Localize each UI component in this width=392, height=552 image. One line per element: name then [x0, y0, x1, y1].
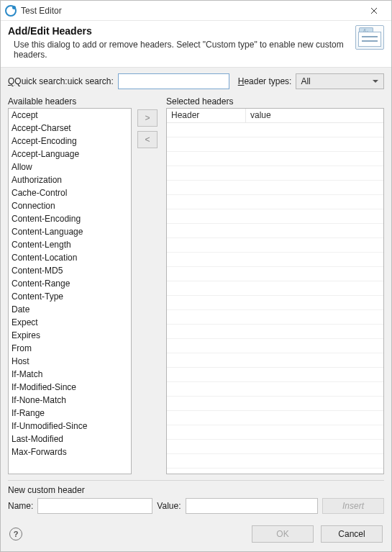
- help-icon: ?: [14, 530, 19, 538]
- help-button[interactable]: ?: [9, 528, 22, 540]
- available-header-item[interactable]: From: [9, 342, 131, 355]
- available-header-item[interactable]: Max-Forwards: [9, 445, 131, 458]
- available-label: Available headers: [8, 96, 132, 107]
- custom-value-label: Value:: [157, 501, 181, 511]
- filter-row: QQuick search:uick search: Header types:…: [8, 73, 384, 89]
- available-header-item[interactable]: Expires: [9, 329, 131, 342]
- available-header-item[interactable]: Content-Type: [9, 290, 131, 303]
- available-header-item[interactable]: If-Unmodified-Since: [9, 420, 131, 433]
- chevron-right-icon: >: [145, 113, 150, 123]
- available-header-item[interactable]: Content-MD5: [9, 264, 131, 277]
- header-types-label: Header types:: [238, 76, 292, 86]
- dialog-subtext: Use this dialog to add or remove headers…: [8, 40, 348, 60]
- available-header-item[interactable]: Accept-Charset: [9, 122, 131, 135]
- available-header-item[interactable]: If-Modified-Since: [9, 381, 131, 394]
- available-header-item[interactable]: Authorization: [9, 173, 131, 186]
- quick-search-label: QQuick search:uick search:: [8, 76, 114, 86]
- available-header-item[interactable]: Host: [9, 355, 131, 368]
- quick-search-input[interactable]: [118, 73, 229, 89]
- available-header-item[interactable]: Content-Length: [9, 238, 131, 251]
- selected-table-body: [167, 123, 383, 474]
- selected-col-header[interactable]: Header: [167, 109, 246, 122]
- available-header-item[interactable]: Expect: [9, 316, 131, 329]
- selected-headers-table[interactable]: Header value: [166, 108, 384, 474]
- available-header-item[interactable]: If-Match: [9, 368, 131, 381]
- cancel-button[interactable]: Cancel: [321, 525, 383, 543]
- selected-column: Selected headers Header value: [166, 96, 384, 474]
- custom-value-input[interactable]: [186, 498, 318, 514]
- titlebar: Test Editor: [1, 1, 391, 21]
- available-header-item[interactable]: Content-Range: [9, 277, 131, 290]
- available-header-item[interactable]: Allow: [9, 160, 131, 173]
- button-bar: ? OK Cancel: [1, 518, 391, 551]
- dialog-header: Add/Edit Headers Use this dialog to add …: [1, 21, 391, 68]
- available-header-item[interactable]: Accept: [9, 109, 131, 122]
- app-icon: [5, 5, 17, 17]
- available-header-item[interactable]: Last-Modified: [9, 433, 131, 445]
- custom-name-label: Name:: [8, 501, 33, 511]
- insert-button[interactable]: Insert: [322, 498, 384, 514]
- move-right-button[interactable]: >: [137, 109, 158, 127]
- window-title: Test Editor: [21, 6, 360, 16]
- header-types-value: All: [301, 76, 310, 86]
- available-header-item[interactable]: Accept-Encoding: [9, 135, 131, 148]
- available-header-item[interactable]: Content-Language: [9, 225, 131, 238]
- available-header-item[interactable]: If-Range: [9, 407, 131, 420]
- close-button[interactable]: [360, 1, 388, 20]
- available-header-item[interactable]: Accept-Language: [9, 148, 131, 160]
- header-decor-icon: //...: [355, 25, 384, 50]
- available-header-item[interactable]: Content-Location: [9, 251, 131, 264]
- header-types-select[interactable]: All: [296, 73, 384, 89]
- custom-name-input[interactable]: [37, 498, 152, 514]
- lists-row: Available headers AcceptAccept-CharsetAc…: [8, 96, 384, 474]
- close-icon: [370, 7, 378, 14]
- chevron-left-icon: <: [145, 135, 150, 145]
- selected-table-header: Header value: [167, 109, 383, 123]
- dialog-header-text: Add/Edit Headers Use this dialog to add …: [8, 25, 348, 60]
- selected-col-value[interactable]: value: [246, 109, 383, 122]
- available-header-item[interactable]: Cache-Control: [9, 186, 131, 199]
- dialog-window: Test Editor Add/Edit Headers Use this di…: [0, 0, 392, 552]
- selected-label: Selected headers: [166, 96, 384, 107]
- available-header-item[interactable]: Date: [9, 303, 131, 316]
- custom-group-label: New custom header: [8, 485, 384, 495]
- dialog-heading: Add/Edit Headers: [8, 25, 348, 37]
- ok-button[interactable]: OK: [252, 525, 314, 543]
- main-panel: QQuick search:uick search: Header types:…: [1, 68, 391, 518]
- available-headers-list[interactable]: AcceptAccept-CharsetAccept-EncodingAccep…: [8, 108, 132, 474]
- available-header-item[interactable]: Connection: [9, 199, 131, 212]
- available-header-item[interactable]: Content-Encoding: [9, 212, 131, 225]
- available-column: Available headers AcceptAccept-CharsetAc…: [8, 96, 132, 474]
- new-custom-header-group: New custom header Name: Value: Insert: [8, 485, 384, 514]
- divider: [8, 480, 384, 481]
- available-header-item[interactable]: If-None-Match: [9, 394, 131, 407]
- move-buttons-column: > <: [137, 96, 160, 474]
- move-left-button[interactable]: <: [137, 131, 158, 148]
